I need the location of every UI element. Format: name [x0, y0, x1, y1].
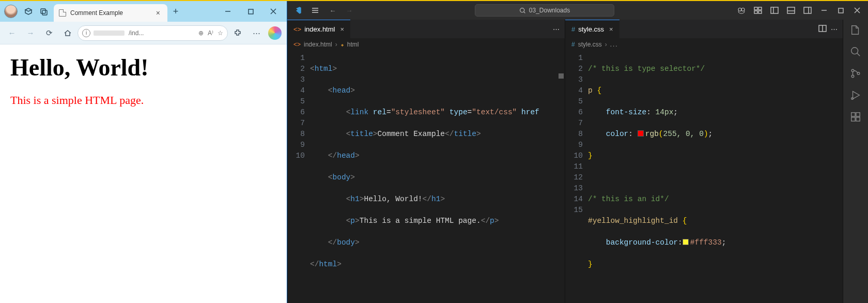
- vscode-minimize-button[interactable]: [816, 3, 832, 18]
- svg-rect-13: [839, 8, 843, 13]
- split-editor-icon[interactable]: [818, 24, 827, 34]
- run-debug-icon[interactable]: [849, 89, 862, 101]
- svg-point-4: [738, 8, 741, 11]
- back-button[interactable]: ←: [3, 25, 21, 41]
- editor-tab-close[interactable]: ×: [609, 25, 613, 33]
- address-bar[interactable]: i /ind... ⊕ A⁾ ☆: [78, 25, 228, 41]
- color-swatch: [638, 130, 644, 137]
- svg-rect-12: [804, 7, 811, 13]
- nav-back-button[interactable]: ←: [326, 7, 340, 14]
- command-center[interactable]: 03_Downloads: [475, 4, 614, 17]
- svg-rect-20: [851, 113, 855, 116]
- svg-point-3: [520, 8, 524, 12]
- svg-rect-2: [249, 9, 253, 14]
- search-icon[interactable]: [849, 46, 862, 58]
- vscode-maximize-button[interactable]: [833, 3, 848, 18]
- css-file-icon: #: [571, 25, 575, 33]
- files-icon[interactable]: [849, 24, 862, 36]
- nav-forward-button[interactable]: →: [342, 7, 357, 14]
- editor-tab-style-css[interactable]: # style.css ×: [565, 20, 619, 38]
- toggle-panel-icon[interactable]: [783, 3, 799, 18]
- html-file-icon: <>: [293, 25, 301, 33]
- activity-bar: [843, 20, 868, 303]
- tab-close-button[interactable]: ×: [154, 9, 162, 17]
- breadcrumb-more: ...: [610, 41, 618, 48]
- breadcrumb-file: style.css: [578, 41, 602, 48]
- toggle-primary-sidebar-icon[interactable]: [767, 3, 782, 18]
- page-icon: [59, 9, 66, 17]
- source-control-icon[interactable]: [849, 67, 862, 80]
- html-file-icon: <>: [293, 41, 301, 48]
- css-file-icon: #: [571, 41, 575, 48]
- svg-point-19: [851, 98, 854, 100]
- profile-avatar[interactable]: [4, 5, 18, 18]
- read-aloud-icon[interactable]: A⁾: [208, 29, 213, 37]
- maximize-button[interactable]: [239, 4, 262, 19]
- minimize-button[interactable]: [216, 4, 239, 19]
- more-menu-icon[interactable]: ⋯: [247, 25, 265, 41]
- editor-tab-index-html[interactable]: <> index.html ×: [287, 20, 350, 38]
- line-gutter: 12345678910: [287, 51, 310, 303]
- code-editor-left[interactable]: 12345678910 <html> <head> <link rel="sty…: [287, 51, 565, 303]
- copilot-toggle-icon[interactable]: [734, 3, 749, 18]
- rendered-page: Hello, World! This is a simple HTML page…: [0, 44, 287, 303]
- svg-rect-7: [758, 7, 762, 10]
- copilot-icon[interactable]: [268, 26, 282, 40]
- editor-group: <> index.html × ⋯ <> index.html › ⬥ html: [287, 20, 843, 303]
- code-content[interactable]: <html> <head> <link rel="stylesheet" typ…: [310, 51, 565, 303]
- breadcrumbs-right[interactable]: # style.css › ...: [565, 38, 843, 51]
- favorite-icon[interactable]: ☆: [218, 29, 223, 37]
- layout-customize-icon[interactable]: [750, 3, 766, 18]
- svg-rect-10: [771, 7, 778, 13]
- svg-rect-0: [41, 9, 45, 13]
- code-editor-right[interactable]: 123456789101112131415 /* this is type se…: [565, 51, 843, 303]
- svg-rect-23: [856, 117, 860, 121]
- svg-rect-1: [42, 10, 47, 15]
- editor-tab-close[interactable]: ×: [340, 25, 344, 33]
- close-button[interactable]: [262, 4, 285, 19]
- workspaces-icon[interactable]: [21, 4, 36, 19]
- svg-rect-22: [851, 117, 855, 121]
- code-content[interactable]: /* this is type selector*/ p { font-size…: [588, 51, 843, 303]
- svg-rect-9: [758, 11, 762, 13]
- vscode-titlebar: ← → 03_Downloads: [287, 1, 868, 20]
- refresh-button[interactable]: ⟳: [40, 25, 58, 41]
- new-tab-button[interactable]: +: [167, 6, 184, 17]
- svg-rect-11: [787, 7, 795, 13]
- forward-button[interactable]: →: [22, 25, 39, 41]
- page-heading: Hello, World!: [10, 54, 276, 81]
- page-paragraph: This is a simple HTML page.: [10, 94, 276, 107]
- editor-more-icon[interactable]: ⋯: [553, 25, 560, 33]
- editor-more-icon[interactable]: ⋯: [831, 25, 838, 33]
- browser-titlebar: Comment Example × +: [0, 1, 287, 22]
- editor-tab-label: style.css: [578, 25, 604, 33]
- extensions-icon[interactable]: [849, 111, 862, 123]
- browser-tab[interactable]: Comment Example ×: [54, 4, 167, 22]
- site-info-icon[interactable]: i: [82, 29, 90, 37]
- extensions-icon[interactable]: [229, 25, 246, 41]
- url-obscured: [94, 31, 125, 36]
- svg-rect-6: [754, 7, 757, 10]
- toggle-secondary-sidebar-icon[interactable]: [800, 3, 815, 18]
- line-gutter: 123456789101112131415: [565, 51, 588, 303]
- chevron-right-icon: ›: [335, 41, 337, 48]
- tab-title: Comment Example: [70, 9, 123, 17]
- editor-tabs-left: <> index.html × ⋯: [287, 20, 565, 38]
- browser-toolbar: ← → ⟳ i /ind... ⊕ A⁾ ☆ ⋯: [0, 22, 287, 44]
- svg-point-5: [741, 8, 745, 11]
- url-text: /ind...: [129, 29, 144, 37]
- breadcrumb-file: index.html: [304, 41, 332, 48]
- breadcrumb-symbol: html: [347, 41, 359, 48]
- tab-actions-icon[interactable]: [36, 4, 52, 19]
- editor-pane-right: # style.css × ⋯ # style.css › ...: [565, 20, 843, 303]
- vscode-window: ← → 03_Downloads <> i: [287, 1, 868, 303]
- zoom-icon[interactable]: ⊕: [198, 29, 204, 37]
- menu-button[interactable]: [308, 6, 322, 14]
- svg-rect-21: [856, 113, 860, 116]
- home-button[interactable]: [59, 25, 76, 41]
- vscode-close-button[interactable]: [849, 3, 865, 18]
- minimap[interactable]: [559, 73, 564, 79]
- breadcrumbs-left[interactable]: <> index.html › ⬥ html: [287, 38, 565, 51]
- vscode-logo-icon: [290, 6, 305, 15]
- editor-pane-left: <> index.html × ⋯ <> index.html › ⬥ html: [287, 20, 565, 303]
